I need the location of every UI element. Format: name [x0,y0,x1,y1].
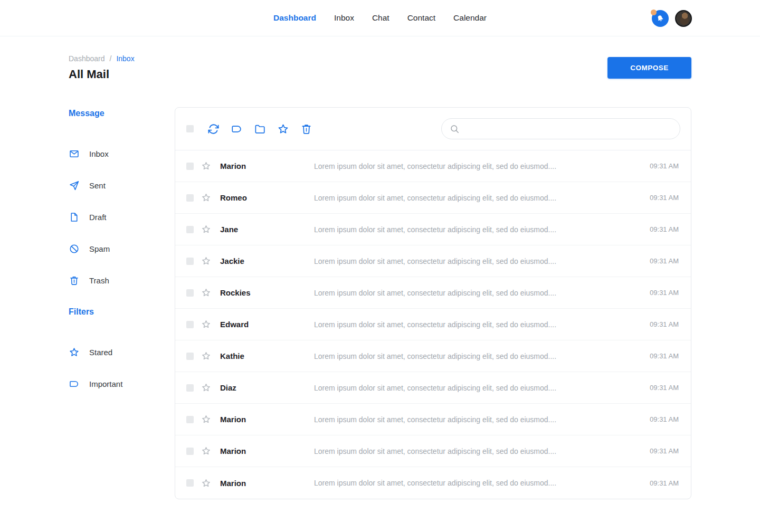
row-star-icon[interactable] [201,414,211,424]
mail-row[interactable]: RockiesLorem ipsum dolor sit amet, conse… [175,277,691,309]
toolbar-folder-button[interactable] [253,122,266,135]
row-checkbox[interactable] [186,321,194,328]
row-star-icon[interactable] [201,446,211,456]
mail-row[interactable]: JaneLorem ipsum dolor sit amet, consecte… [175,214,691,245]
row-star-icon[interactable] [201,383,211,393]
send-icon [69,180,80,191]
mail-time: 09:31 AM [650,320,691,328]
star-icon [69,347,80,358]
nav-item-contact[interactable]: Contact [407,13,435,23]
mail-sender: Kathie [220,352,314,360]
row-checkbox[interactable] [186,353,194,360]
mail-row[interactable]: EdwardLorem ipsum dolor sit amet, consec… [175,309,691,340]
nav-item-inbox[interactable]: Inbox [334,13,354,23]
row-checkbox[interactable] [186,226,194,233]
mail-list: MarionLorem ipsum dolor sit amet, consec… [175,150,691,499]
row-star-icon[interactable] [201,351,211,361]
toolbar-refresh-button[interactable] [207,122,220,135]
row-star-icon[interactable] [201,224,211,234]
mail-time: 09:31 AM [650,415,691,423]
row-star-icon[interactable] [201,319,211,329]
label-icon [231,123,243,135]
sidebar-item-spam[interactable]: Spam [69,233,175,264]
row-checkbox[interactable] [186,384,194,392]
sidebar-item-stared[interactable]: Stared [69,336,175,368]
sidebar-heading-filters: Filters [69,306,175,318]
breadcrumb-separator: / [110,54,112,63]
mail-sender: Rockies [220,288,314,297]
mail-sender: Edward [220,320,314,329]
row-star-icon[interactable] [201,288,211,298]
row-star-icon[interactable] [201,161,211,171]
search-box [441,118,680,139]
user-avatar[interactable] [675,10,692,27]
star-icon [201,446,211,456]
mail-row[interactable]: RomeoLorem ipsum dolor sit amet, consect… [175,182,691,214]
row-checkbox[interactable] [186,448,194,455]
breadcrumb-inbox[interactable]: Inbox [116,54,134,63]
row-checkbox[interactable] [186,258,194,265]
compose-button[interactable]: COMPOSE [607,57,691,79]
sidebar-item-important[interactable]: Important [69,368,175,400]
trash-icon [300,123,312,135]
nav-item-dashboard[interactable]: Dashboard [273,13,316,23]
mail-preview: Lorem ipsum dolor sit amet, consectetur … [314,384,650,392]
folder-icon [254,123,266,135]
nav-item-calendar[interactable]: Calendar [453,13,487,23]
row-checkbox[interactable] [186,289,194,297]
sidebar-item-draft[interactable]: Draft [69,201,175,233]
mail-time: 09:31 AM [650,384,691,392]
refresh-icon [207,123,220,135]
mail-time: 09:31 AM [650,352,691,360]
top-header: DashboardInboxChatContactCalendar [0,0,760,36]
mail-sender: Marion [220,446,314,455]
mail-preview: Lorem ipsum dolor sit amet, consectetur … [314,447,650,455]
select-all-checkbox[interactable] [186,125,194,132]
mail-row[interactable]: KathieLorem ipsum dolor sit amet, consec… [175,340,691,372]
mail-list-panel: MarionLorem ipsum dolor sit amet, consec… [175,107,691,499]
mail-time: 09:31 AM [650,447,691,455]
breadcrumb-dashboard[interactable]: Dashboard [69,54,105,63]
mail-time: 09:31 AM [650,225,691,233]
mail-preview: Lorem ipsum dolor sit amet, consectetur … [314,225,650,234]
mail-row[interactable]: MarionLorem ipsum dolor sit amet, consec… [175,150,691,182]
sidebar-item-trash[interactable]: Trash [69,264,175,296]
row-checkbox[interactable] [186,194,194,202]
mail-row[interactable]: MarionLorem ipsum dolor sit amet, consec… [175,404,691,435]
mail-time: 09:31 AM [650,194,691,202]
notifications-button[interactable] [652,10,669,27]
sidebar-item-label: Stared [89,348,112,357]
row-checkbox[interactable] [186,163,194,170]
mail-icon [69,148,80,159]
row-checkbox[interactable] [186,479,194,487]
mail-sender: Marion [220,162,314,170]
mail-row[interactable]: MarionLorem ipsum dolor sit amet, consec… [175,467,691,499]
mail-preview: Lorem ipsum dolor sit amet, consectetur … [314,162,650,170]
main-nav: DashboardInboxChatContactCalendar [273,13,487,23]
sidebar-item-sent[interactable]: Sent [69,169,175,201]
sidebar-item-inbox[interactable]: Inbox [69,138,175,169]
row-star-icon[interactable] [201,256,211,266]
mail-sidebar: MessageInboxSentDraftSpamTrashFiltersSta… [69,107,175,499]
mail-preview: Lorem ipsum dolor sit amet, consectetur … [314,320,650,329]
toolbar-star-button[interactable] [277,122,289,135]
star-icon [201,478,211,488]
mail-toolbar [175,108,691,150]
row-star-icon[interactable] [201,193,211,203]
toolbar-actions [207,122,323,135]
star-icon [201,193,211,203]
mail-preview: Lorem ipsum dolor sit amet, consectetur … [314,479,650,487]
toolbar-label-button[interactable] [230,122,243,135]
mail-row[interactable]: MarionLorem ipsum dolor sit amet, consec… [175,435,691,467]
row-star-icon[interactable] [201,478,211,488]
star-icon [201,383,211,393]
mail-row[interactable]: DiazLorem ipsum dolor sit amet, consecte… [175,372,691,404]
mail-row[interactable]: JackieLorem ipsum dolor sit amet, consec… [175,245,691,277]
header-actions [652,0,692,36]
sidebar-item-label: Sent [89,181,106,190]
row-checkbox[interactable] [186,416,194,423]
search-input[interactable] [465,125,672,133]
toolbar-trash-button[interactable] [300,122,312,135]
mail-preview: Lorem ipsum dolor sit amet, consectetur … [314,352,650,360]
nav-item-chat[interactable]: Chat [372,13,390,23]
